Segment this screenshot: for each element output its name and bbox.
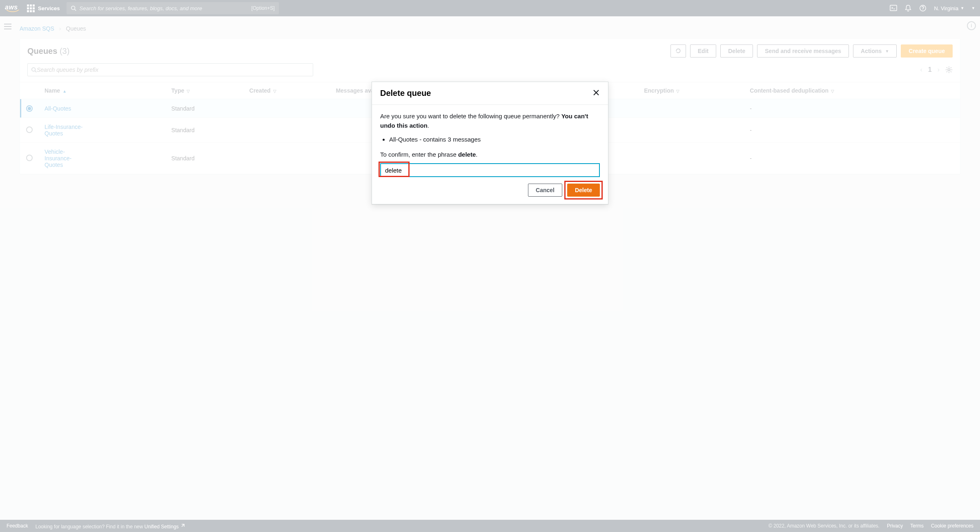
close-icon xyxy=(592,89,600,96)
delete-queue-modal: Delete queue Are you sure you want to de… xyxy=(372,82,608,204)
modal-warning-text: Are you sure you want to delete the foll… xyxy=(380,111,600,131)
modal-title: Delete queue xyxy=(380,89,431,98)
confirm-delete-input[interactable] xyxy=(380,163,600,177)
modal-queue-item: All-Quotes - contains 3 messages xyxy=(389,135,600,144)
modal-backdrop xyxy=(0,0,980,532)
modal-close-button[interactable] xyxy=(592,89,600,98)
modal-delete-button[interactable]: Delete xyxy=(567,184,600,197)
modal-confirm-instruction: To confirm, enter the phrase delete. xyxy=(380,150,600,159)
modal-cancel-button[interactable]: Cancel xyxy=(528,184,562,197)
